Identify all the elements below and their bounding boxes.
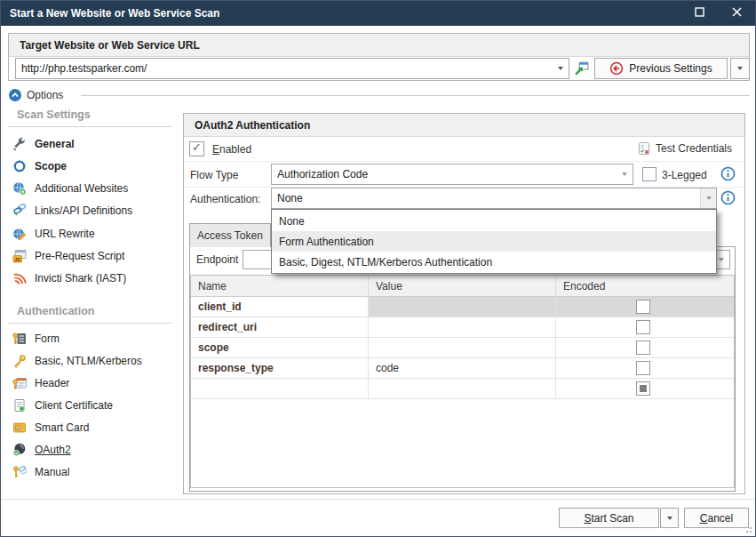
start-scan-dropdown-button[interactable] — [660, 508, 679, 528]
flow-type-label: Flow Type — [190, 169, 238, 181]
dropdown-option-none[interactable]: None — [272, 211, 716, 231]
sidebar-item-header[interactable]: Header — [12, 373, 176, 393]
endpoint-label: Endpoint — [196, 253, 238, 266]
param-value-cell[interactable] — [369, 297, 556, 317]
chevron-down-icon — [622, 172, 627, 176]
gold-key-icon — [12, 354, 27, 368]
authentication-header: Authentication — [17, 305, 95, 317]
sidebar-item-pre-request-script[interactable]: JS Pre-Request Script — [12, 246, 176, 266]
table-row[interactable] — [191, 379, 734, 399]
table-row[interactable]: response_type code — [191, 358, 734, 379]
sidebar-item-basic-ntlm-kerberos[interactable]: Basic, NTLM/Kerberos — [12, 351, 176, 371]
table-header-row: Name Value Encoded — [191, 276, 734, 297]
previous-settings-label: Previous Settings — [629, 62, 712, 75]
dropdown-option-form-authentication[interactable]: Form Authentication — [272, 231, 716, 252]
enabled-checkbox[interactable] — [189, 141, 204, 156]
sidebar-item-additional-websites[interactable]: Additional Websites — [12, 179, 176, 198]
param-encoded-cell[interactable] — [556, 358, 734, 378]
table-row[interactable]: client_id — [191, 297, 734, 317]
encoded-checkbox[interactable] — [636, 300, 650, 314]
oauth2-icon — [12, 443, 27, 457]
sidebar-item-general[interactable]: General — [12, 134, 176, 154]
key-window-icon — [12, 376, 27, 390]
table-row[interactable]: scope — [191, 338, 734, 358]
three-legged-label: 3-Legged — [662, 169, 707, 181]
cancel-button[interactable]: Cancel — [684, 508, 749, 528]
sidebar-item-smart-card[interactable]: Smart Card — [12, 418, 176, 437]
test-credentials-icon — [637, 141, 651, 156]
open-url-button[interactable] — [573, 60, 589, 76]
param-name-cell[interactable]: scope — [191, 338, 369, 357]
combo-dropdown-button[interactable] — [700, 188, 716, 208]
target-url-value: http://php.testsparker.com/ — [21, 62, 147, 75]
param-encoded-cell[interactable] — [556, 317, 734, 337]
three-legged-checkbox[interactable] — [642, 167, 657, 181]
scan-settings-header: Scan Settings — [17, 108, 91, 121]
key-link-icon — [12, 465, 27, 479]
param-value-cell[interactable] — [369, 379, 556, 398]
chevron-down-icon — [737, 67, 743, 70]
scan-dialog: Start a New Website or Web Service Scan … — [0, 0, 756, 537]
param-encoded-cell[interactable] — [556, 379, 734, 398]
script-js-icon: JS — [12, 249, 27, 263]
target-group-header: Target Website or Web Service URL — [9, 34, 749, 57]
encoded-checkbox[interactable] — [636, 361, 650, 375]
sidebar-item-url-rewrite[interactable]: URL Rewrite — [12, 224, 176, 244]
divider — [8, 323, 171, 324]
options-label: Options — [27, 89, 63, 101]
footer-divider — [1, 499, 756, 500]
certificate-icon — [12, 398, 27, 413]
param-value-cell[interactable] — [369, 338, 556, 357]
tab-access-token[interactable]: Access Token — [189, 223, 271, 247]
encoded-checkbox[interactable] — [636, 381, 650, 396]
param-value-cell[interactable]: code — [369, 358, 556, 378]
svg-text:JS: JS — [14, 257, 20, 262]
maximize-button[interactable] — [680, 1, 718, 26]
start-scan-button[interactable]: Start Scan — [559, 508, 659, 528]
param-name-cell[interactable]: client_id — [191, 297, 369, 317]
sidebar-item-links-api[interactable]: Links/API Definitions — [12, 201, 176, 220]
sidebar-item-scope[interactable]: Scope — [12, 156, 176, 176]
close-icon — [732, 7, 742, 20]
authentication-combo[interactable]: None — [271, 188, 717, 209]
param-value-cell[interactable] — [369, 317, 556, 337]
wrench-icon — [12, 137, 27, 151]
flow-type-combo[interactable]: Authorization Code — [271, 164, 633, 185]
param-name-cell[interactable]: response_type — [191, 358, 369, 378]
url-combo-arrow-icon[interactable] — [558, 67, 563, 70]
param-name-cell[interactable]: redirect_uri — [191, 317, 369, 337]
table-row[interactable]: redirect_uri — [191, 317, 734, 338]
previous-settings-dropdown-button[interactable] — [730, 58, 750, 79]
param-encoded-cell[interactable] — [556, 338, 734, 357]
param-name-cell[interactable] — [191, 379, 369, 398]
target-group-title: Target Website or Web Service URL — [20, 39, 200, 52]
dropdown-option-basic-digest-ntlm-kerberos[interactable]: Basic, Digest, NTLM/Kerberos Authenticat… — [272, 252, 716, 272]
param-encoded-cell[interactable] — [556, 297, 734, 317]
divider — [184, 161, 744, 162]
encoded-checkbox[interactable] — [636, 320, 650, 334]
column-header-value[interactable]: Value — [369, 276, 556, 296]
column-header-encoded[interactable]: Encoded — [556, 276, 734, 296]
sidebar-item-invicti-shark[interactable]: Invicti Shark (IAST) — [12, 268, 176, 288]
test-credentials-label: Test Credentials — [656, 142, 732, 155]
sidebar-item-manual[interactable]: Manual — [12, 462, 176, 482]
previous-settings-button[interactable]: Previous Settings — [594, 58, 728, 79]
options-toggle[interactable]: Options — [8, 88, 63, 102]
sidebar-item-form[interactable]: Form — [12, 329, 176, 349]
resize-grip[interactable] — [744, 525, 752, 533]
flow-type-value: Authorization Code — [277, 168, 368, 180]
shark-waves-icon — [12, 271, 27, 285]
chevron-down-icon — [667, 517, 672, 520]
globe-plus-icon — [12, 181, 27, 196]
sidebar-item-oauth2[interactable]: OAuth2 — [12, 440, 176, 460]
options-divider — [81, 95, 750, 96]
info-icon[interactable] — [720, 190, 736, 208]
sidebar-item-client-certificate[interactable]: Client Certificate — [12, 396, 176, 415]
oauth2-group-header: OAuth2 Authentication — [184, 114, 744, 137]
target-url-input[interactable]: http://php.testsparker.com/ — [15, 58, 569, 79]
column-header-name[interactable]: Name — [191, 276, 369, 296]
info-icon[interactable] — [720, 166, 736, 184]
test-credentials-button[interactable]: Test Credentials — [637, 141, 732, 156]
encoded-checkbox[interactable] — [636, 341, 650, 355]
close-button[interactable] — [718, 1, 755, 26]
